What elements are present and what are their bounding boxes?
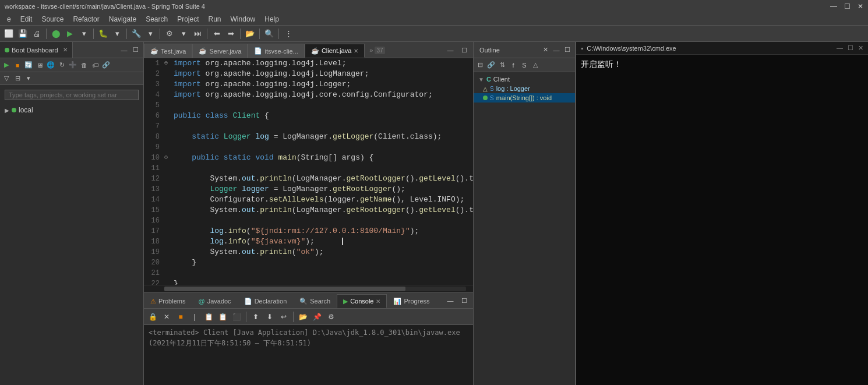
external-tool[interactable]: 🔧	[130, 27, 143, 40]
open-console-btn[interactable]: 🖥	[34, 60, 45, 70]
menu-window[interactable]: Window	[226, 14, 260, 24]
console-paste[interactable]: 📋	[216, 310, 229, 323]
console-up[interactable]: ⬆	[249, 310, 262, 323]
tab-search[interactable]: 🔍 Search	[293, 294, 337, 308]
dashboard-search-input[interactable]	[5, 90, 139, 100]
tab-client-java[interactable]: ☕ Client.java ✕	[305, 44, 365, 58]
maximize-button[interactable]: ☐	[844, 2, 851, 10]
tab-console[interactable]: ▶ Console ✕	[337, 294, 387, 308]
menu-edit[interactable]: Edit	[16, 14, 37, 24]
tab-progress[interactable]: 📊 Progress	[387, 294, 436, 308]
tab-problems[interactable]: ⚠ Problems	[144, 294, 192, 308]
outline-filter-static[interactable]: S	[519, 60, 530, 70]
hscroll-thumb[interactable]	[164, 287, 405, 291]
delete-btn[interactable]: 🗑	[79, 60, 89, 70]
outline-filter-fields[interactable]: f	[508, 60, 518, 70]
minimize-panel-btn[interactable]: —	[119, 45, 129, 55]
outline-collapse[interactable]: ⊟	[475, 60, 485, 70]
save-button[interactable]: 💾	[16, 27, 29, 40]
link-btn[interactable]: 🔗	[101, 60, 111, 70]
window-controls[interactable]: — ☐ ✕	[830, 2, 863, 10]
close-button[interactable]: ✕	[858, 2, 863, 10]
console-clear[interactable]: ✕	[160, 310, 173, 323]
local-expand[interactable]: ▶ local	[0, 105, 143, 115]
open-browser-btn[interactable]: 🌐	[45, 60, 56, 70]
menu-search[interactable]: Search	[141, 14, 172, 24]
console-wrap[interactable]: ↩	[277, 310, 290, 323]
menu-run[interactable]: Run	[204, 14, 226, 24]
maximize-bottom-btn[interactable]: ☐	[458, 294, 471, 307]
editor-hscroll[interactable]	[144, 285, 473, 292]
maximize-panel-btn[interactable]: ☐	[130, 45, 141, 55]
ext-dropdown[interactable]: ▾	[144, 27, 157, 40]
cmd-minimize-btn[interactable]: —	[837, 44, 843, 52]
console-copy[interactable]: 📋	[202, 310, 215, 323]
minimize-editor-btn[interactable]: —	[444, 44, 457, 56]
prev-btn[interactable]: ⬅	[210, 27, 223, 40]
cmd-close-btn[interactable]: ✕	[858, 44, 863, 52]
overflow-tabs-btn[interactable]: » 37	[365, 44, 389, 56]
menu-navigate[interactable]: Navigate	[104, 14, 141, 24]
outline-close[interactable]: ✕	[540, 45, 551, 55]
menu-refactor[interactable]: Refactor	[68, 14, 104, 24]
client-java-close[interactable]: ✕	[354, 48, 358, 54]
filter-btn[interactable]: ▽	[1, 73, 12, 84]
debug-dropdown[interactable]: ▾	[111, 27, 124, 40]
outline-main-method[interactable]: S main(String[]) : void	[474, 93, 575, 103]
new-app-btn[interactable]: ➕	[68, 60, 78, 70]
menu-source[interactable]: Source	[37, 14, 68, 24]
minimize-bottom-btn[interactable]: —	[444, 294, 457, 307]
stop-btn[interactable]: ■	[12, 60, 23, 70]
build-btn[interactable]: ⚙	[163, 27, 176, 40]
refresh-btn[interactable]: ↻	[57, 60, 67, 70]
minimize-button[interactable]: —	[830, 2, 837, 10]
tab-declaration[interactable]: 📄 Declaration	[238, 294, 294, 308]
tab-javadoc[interactable]: @ Javadoc	[192, 294, 237, 308]
code-content[interactable]: 1 ⊖ import org.apache.logging.log4j.Leve…	[144, 58, 473, 285]
tab-test-java[interactable]: ☕ Test.java	[144, 44, 192, 58]
cmd-content[interactable]: 开启监听！	[576, 55, 868, 385]
maximize-editor-btn[interactable]: ☐	[458, 44, 471, 56]
boot-dashboard-tab[interactable]: Boot Dashboard ✕	[0, 42, 73, 58]
run-button[interactable]: ▶	[63, 27, 76, 40]
outline-client-class[interactable]: ▼ C Client	[474, 75, 575, 84]
skip-btn[interactable]: ⏭	[191, 27, 204, 40]
search-btn[interactable]: 🔍	[263, 27, 276, 40]
cmd-maximize-btn[interactable]: ☐	[848, 44, 853, 52]
menu-file[interactable]: e	[2, 14, 16, 24]
restart-btn[interactable]: 🔄	[23, 60, 34, 70]
console-scroll-lock[interactable]: 🔒	[146, 310, 159, 323]
open-type-btn[interactable]: 📂	[244, 27, 256, 40]
tab-server-java[interactable]: ☕ Server.java	[192, 44, 248, 58]
build-dropdown[interactable]: ▾	[177, 27, 190, 40]
outline-maximize[interactable]: ☐	[562, 45, 573, 55]
more-btn[interactable]: ⋮	[282, 27, 295, 40]
toggle-btn[interactable]: ⊟	[12, 73, 23, 84]
tab-itsvse[interactable]: 📄 itsvse-clie...	[248, 44, 304, 58]
outline-link[interactable]: 🔗	[486, 60, 496, 70]
console-down[interactable]: ⬇	[263, 310, 276, 323]
outline-filter-nonpublic[interactable]: △	[530, 60, 541, 70]
boot-dashboard-close[interactable]: ✕	[63, 47, 68, 53]
sts-button[interactable]: ⬤	[50, 27, 62, 40]
new-button[interactable]: ⬜	[2, 27, 15, 40]
console-separator[interactable]: |	[188, 310, 201, 323]
run-dropdown[interactable]: ▾	[77, 27, 90, 40]
start-btn[interactable]: ▶	[1, 60, 12, 70]
outline-minimize[interactable]: —	[551, 45, 562, 55]
console-format[interactable]: ⬛	[230, 310, 243, 323]
outline-log-field[interactable]: △ S log : Logger	[474, 84, 575, 93]
console-more[interactable]: ⚙	[324, 310, 337, 323]
next-btn[interactable]: ➡	[224, 27, 237, 40]
console-pin[interactable]: 📌	[310, 310, 323, 323]
menu-help[interactable]: Help	[260, 14, 284, 24]
outline-sort[interactable]: ⇅	[497, 60, 507, 70]
toggle2-btn[interactable]: ▾	[23, 73, 34, 84]
tag-btn[interactable]: 🏷	[90, 60, 100, 70]
debug-button[interactable]: 🐛	[97, 27, 110, 40]
menu-project[interactable]: Project	[172, 14, 203, 24]
console-open-file[interactable]: 📂	[297, 310, 309, 323]
print-button[interactable]: 🖨	[30, 27, 43, 40]
console-terminate[interactable]: ■	[174, 310, 187, 323]
console-close[interactable]: ✕	[376, 298, 380, 305]
